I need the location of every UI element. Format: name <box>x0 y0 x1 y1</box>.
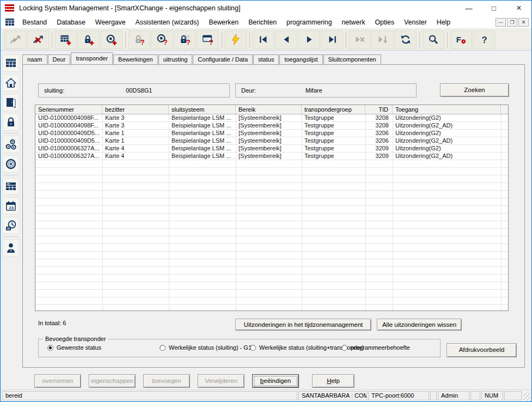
table-cell: Beispielanlage LSM ... <box>169 114 236 122</box>
close-button[interactable]: × <box>506 1 531 16</box>
new-locking-plan-button[interactable] <box>55 31 77 49</box>
table-row[interactable]: UID-010000006327A... Karte 4 Beispielanl… <box>35 153 508 160</box>
exceptions-table: Serienummer bezitter sluitsysteem Bereik… <box>35 105 509 311</box>
help-button[interactable]: Help <box>312 374 354 388</box>
menu-item-opties[interactable]: Opties <box>370 17 400 27</box>
column-header-transpondergroep[interactable]: transpondergroep <box>302 105 365 114</box>
first-record-button[interactable] <box>253 31 274 49</box>
last-record-button[interactable] <box>321 31 343 49</box>
filter-settings-button[interactable]: F <box>450 31 472 49</box>
lock-id-field: sluiting: 00DS8G1 <box>38 83 230 98</box>
tab-sluitcomponenten[interactable]: Sluitcomponenten <box>323 54 381 64</box>
minimize-button[interactable]: — <box>456 1 481 16</box>
menu-item-bewerken[interactable]: Bewerken <box>204 17 243 27</box>
table-row[interactable]: UID-010000004098F... Karte 3 Beispielanl… <box>35 122 508 130</box>
help-button-toolbar[interactable]: ? <box>473 31 495 49</box>
refresh-button[interactable] <box>395 31 417 49</box>
menu-item-netwerk[interactable]: netwerk <box>337 17 370 27</box>
tab-configuratie-data[interactable]: Configuratie / Data <box>193 54 253 64</box>
menu-item-assistenten[interactable]: Assistenten (wizards) <box>131 17 204 27</box>
menu-item-database[interactable]: Database <box>52 17 90 27</box>
sidebar-door-button[interactable] <box>2 94 20 111</box>
tab-transponder[interactable]: transponder <box>71 52 113 64</box>
table-row[interactable]: UID-010000006327A... Karte 4 Beispielanl… <box>35 145 508 153</box>
search-button[interactable]: Zoeken <box>440 83 509 97</box>
properties-button: eigenschappen <box>89 374 136 388</box>
program-button[interactable] <box>225 31 247 49</box>
svg-text:F: F <box>456 35 461 44</box>
table-row[interactable]: UID-010000004098F... Karte 3 Beispielanl… <box>35 114 508 122</box>
mdi-minimize-button[interactable]: — <box>496 18 506 27</box>
end-button[interactable]: beëindigen <box>252 374 299 388</box>
menu-item-programmering[interactable]: programmering <box>282 17 337 27</box>
status-bar: bereid SANTABARBARA : COM3 TPC-poort:600… <box>1 389 531 401</box>
tab-uitrusting[interactable]: uitrusting <box>158 54 193 64</box>
radio-label: programmeerbehoefte <box>351 344 410 351</box>
tab-bewerkingen[interactable]: Bewerkingen <box>113 54 158 64</box>
sidebar-matrix-button[interactable] <box>2 54 20 72</box>
radio-indicator <box>47 345 53 351</box>
menu-item-bestand[interactable]: Bestand <box>17 17 52 27</box>
sidebar-time-log-button[interactable] <box>2 217 20 234</box>
program-icon <box>229 34 242 46</box>
column-header-toegang[interactable]: Toegang <box>393 105 501 114</box>
read-transponder-button[interactable]: ? <box>151 31 173 49</box>
sidebar-home-button[interactable] <box>2 74 20 92</box>
radio-programmeerbehoefte[interactable]: programmeerbehoefte <box>341 344 410 351</box>
home-icon <box>5 77 17 89</box>
next-record-button[interactable] <box>298 31 320 49</box>
clear-exceptions-button[interactable]: Alle uitzonderingen wissen <box>377 319 462 331</box>
table-cell: Uitzondering(G2) <box>393 145 501 153</box>
menu-item-weergave[interactable]: Weergave <box>90 17 131 27</box>
search-button-toolbar[interactable] <box>423 31 444 49</box>
menu-bar: Bestand Database Weergave Assistenten (w… <box>1 16 531 29</box>
previous-record-button[interactable] <box>276 31 297 49</box>
menu-item-berichten[interactable]: Berichten <box>243 17 282 27</box>
menu-item-help[interactable]: Help <box>432 17 455 27</box>
menu-item-venster[interactable]: Venster <box>399 17 432 27</box>
sidebar-person-button[interactable] <box>2 239 20 257</box>
disconnect-button[interactable] <box>27 31 49 49</box>
radio-gewenste-status[interactable]: Gewenste status <box>47 344 101 351</box>
read-window-button[interactable]: ? <box>197 31 219 49</box>
mdi-close-button[interactable]: × <box>518 18 529 27</box>
table-row[interactable]: UID-01000000409D5... Karte 1 Beispielanl… <box>35 130 508 137</box>
table-row[interactable]: UID-01000000409D5... Karte 1 Beispielanl… <box>35 137 508 145</box>
radio-indicator <box>341 345 347 351</box>
tab-naam[interactable]: naam <box>22 54 47 64</box>
table-cell: 3206 <box>365 130 393 137</box>
matrix-icon <box>5 57 17 69</box>
sidebar-calendar-button[interactable]: 23 <box>2 197 20 215</box>
mdi-restore-button[interactable]: ❐ <box>507 18 517 27</box>
bottom-button-bar: overnemen eigenschappen toevoegen Verwij… <box>21 368 531 389</box>
new-lock-button[interactable] <box>78 31 100 49</box>
print-preview-button[interactable]: Afdrukvoorbeeld <box>447 343 517 357</box>
sidebar-transponder-group-button[interactable] <box>2 136 20 153</box>
column-header-bereik[interactable]: Bereik <box>236 105 302 114</box>
table-cell: Karte 1 <box>102 137 169 145</box>
timezone-plan-icon <box>5 180 17 192</box>
radio-werkelijke-status-g1[interactable]: Werkelijke status (sluiting) - G1 <box>160 344 252 351</box>
table-cell: UID-010000006327A... <box>35 145 102 153</box>
read-lock-button[interactable]: ? <box>129 31 150 49</box>
sidebar-timezone-plan-button[interactable] <box>2 178 20 195</box>
column-header-serienummer[interactable]: Serienummer <box>35 105 102 114</box>
door-value: Mifare <box>305 84 322 97</box>
sidebar-transponder-button[interactable] <box>2 155 20 173</box>
column-header-bezitter[interactable]: bezitter <box>102 105 169 114</box>
table-cell: [Systeembereik] <box>236 145 302 153</box>
new-transponder-button[interactable] <box>101 31 123 49</box>
resize-grip[interactable] <box>523 393 530 401</box>
tab-toegangslijst[interactable]: toegangslijst <box>279 54 322 64</box>
timezone-exceptions-button[interactable]: Uitzonderingen in het tijdzonemanagement <box>235 319 371 331</box>
column-header-tid[interactable]: TID <box>365 105 393 114</box>
tab-deur[interactable]: Deur <box>48 54 71 64</box>
maximize-button[interactable]: □ <box>481 1 506 16</box>
read-mifare-lock-button[interactable]: ? <box>174 31 196 49</box>
tab-status[interactable]: status <box>253 54 279 64</box>
table-cell: [Systeembereik] <box>236 137 302 145</box>
column-header-sluitsysteem[interactable]: sluitsysteem <box>169 105 236 114</box>
calendar-icon: 23 <box>5 200 17 212</box>
sidebar-lock-button[interactable] <box>2 113 20 131</box>
table-cell: Karte 3 <box>102 114 169 122</box>
